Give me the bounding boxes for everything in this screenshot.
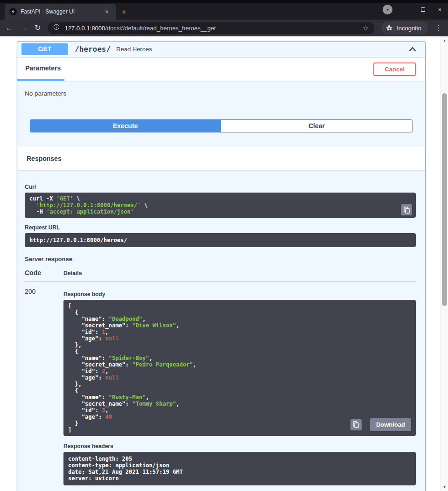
url-path: /docs#/default/read_heroes_heroes__get: [105, 25, 216, 32]
response-row-200: 200 Response body [ { "name": "Deadpond"…: [25, 282, 416, 485]
response-body-controls: Download: [350, 418, 411, 431]
scrollbar[interactable]: ▲ ▼: [441, 36, 448, 491]
forward-button[interactable]: →: [20, 24, 28, 32]
bookmark-star-icon[interactable]: ☆: [363, 24, 369, 32]
back-button[interactable]: ←: [6, 24, 13, 32]
response-body-json: [ { "name": "Deadpond", "secret_name": "…: [68, 303, 411, 433]
responses-header: Responses: [17, 147, 425, 170]
media-controls-icon[interactable]: ▾: [383, 5, 392, 14]
incognito-label: Incognito: [397, 25, 421, 32]
download-button[interactable]: Download: [370, 418, 411, 431]
request-url-value: http://127.0.0.1:8000/heroes/: [29, 237, 127, 243]
reload-button[interactable]: ↻: [35, 24, 41, 32]
maximize-button[interactable]: [421, 7, 425, 13]
request-url-block: http://127.0.0.1:8000/heroes/: [25, 233, 416, 247]
response-body-block: [ { "name": "Deadpond", "secret_name": "…: [63, 300, 416, 436]
status-code: 200: [25, 288, 63, 485]
page-info-icon[interactable]: [53, 24, 60, 32]
page-content: GET /heroes/ Read Heroes Parameters Canc…: [0, 36, 441, 491]
tab-close-icon[interactable]: ×: [103, 8, 111, 15]
execute-button[interactable]: Execute: [30, 119, 221, 132]
tab-strip: FastAPI - Swagger UI × + ▾ – ×: [0, 3, 448, 20]
browser-toolbar: ← → ↻ 127.0.0.1:8000/docs#/default/read_…: [0, 20, 448, 36]
cancel-button[interactable]: Cancel: [373, 62, 416, 76]
response-details: Response body [ { "name": "Deadpond", "s…: [63, 288, 416, 485]
copy-response-button[interactable]: [350, 419, 362, 430]
no-parameters-text: No parameters: [17, 81, 425, 116]
url-text: 127.0.0.1:8000/docs#/default/read_heroes…: [64, 25, 357, 32]
menu-icon[interactable]: ⋮: [435, 24, 442, 32]
code-column-header: Code: [25, 269, 63, 277]
server-response-label: Server response: [25, 256, 416, 263]
scroll-up-arrow[interactable]: ▲: [441, 39, 448, 42]
scroll-down-arrow[interactable]: ▼: [441, 485, 448, 489]
responses-table: Code Details 200 Response body [ { "name…: [25, 269, 416, 485]
responses-table-header: Code Details: [25, 269, 416, 282]
fastapi-favicon-icon: [9, 8, 17, 15]
browser-tab[interactable]: FastAPI - Swagger UI ×: [5, 4, 116, 20]
response-body-label: Response body: [63, 291, 416, 297]
operation-block-get-heroes: GET /heroes/ Read Heroes Parameters Canc…: [17, 41, 426, 491]
curl-label: Curl: [25, 184, 416, 190]
address-bar[interactable]: 127.0.0.1:8000/docs#/default/read_heroes…: [48, 22, 374, 34]
operation-description: Read Heroes: [116, 46, 152, 53]
parameters-header: Parameters Cancel: [17, 57, 425, 81]
response-headers-block: content-length: 205content-type: applica…: [63, 452, 416, 485]
details-column-header: Details: [63, 270, 82, 277]
incognito-badge: Incognito: [381, 21, 428, 35]
execute-row: Execute Clear: [17, 116, 425, 147]
scrollbar-thumb[interactable]: [442, 93, 447, 306]
url-host: 127.0.0.1:8000: [64, 25, 105, 32]
minimize-button[interactable]: –: [405, 7, 408, 13]
maximize-box-icon: [421, 7, 425, 12]
window-controls: ▾ – ×: [383, 5, 441, 14]
operation-summary[interactable]: GET /heroes/ Read Heroes: [17, 41, 425, 57]
responses-heading: Responses: [27, 155, 62, 162]
incognito-icon: [385, 23, 393, 33]
clear-button[interactable]: Clear: [221, 119, 413, 132]
tab-parameters[interactable]: Parameters: [17, 57, 64, 81]
tab-title: FastAPI - Swagger UI: [21, 8, 99, 15]
responses-body: Curl curl -X 'GET' \ 'http://127.0.0.1:8…: [17, 170, 425, 491]
response-headers-label: Response headers: [63, 443, 416, 449]
new-tab-button[interactable]: +: [121, 5, 126, 17]
curl-command-block: curl -X 'GET' \ 'http://127.0.0.1:8000/h…: [25, 193, 416, 218]
request-url-label: Request URL: [25, 225, 416, 230]
parameters-title: Parameters: [25, 64, 61, 72]
response-headers-text: content-length: 205content-type: applica…: [68, 456, 411, 482]
close-button[interactable]: ×: [438, 7, 441, 13]
collapse-chevron-icon[interactable]: [408, 45, 417, 54]
operation-path: /heroes/: [75, 45, 111, 54]
copy-curl-button[interactable]: [401, 204, 412, 215]
curl-command: curl -X 'GET' \ 'http://127.0.0.1:8000/h…: [29, 195, 411, 215]
method-badge: GET: [21, 43, 68, 55]
